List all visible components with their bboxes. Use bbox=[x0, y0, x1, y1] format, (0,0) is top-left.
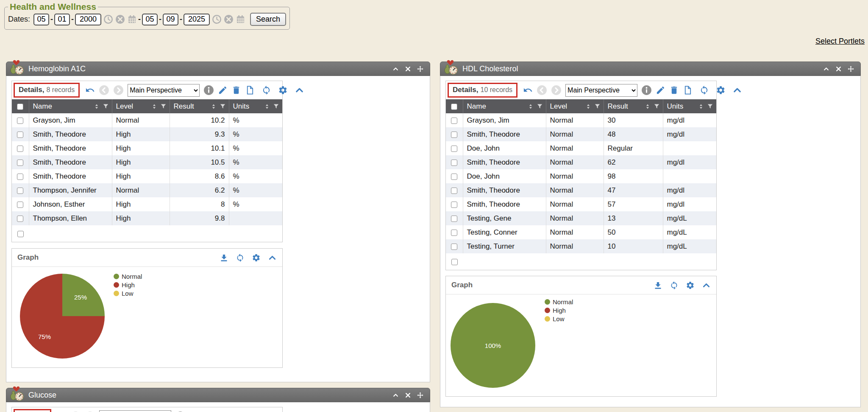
collapse-section-icon[interactable] bbox=[268, 253, 277, 262]
filter-icon[interactable] bbox=[220, 103, 226, 109]
row-checkbox[interactable] bbox=[451, 259, 458, 265]
sort-icon[interactable] bbox=[211, 104, 217, 109]
portlet-header[interactable]: Glucose bbox=[6, 388, 430, 402]
collapse-portlet-icon[interactable] bbox=[392, 392, 399, 398]
column-header-result[interactable]: Result bbox=[174, 102, 194, 111]
row-checkbox[interactable] bbox=[17, 202, 23, 208]
row-checkbox[interactable] bbox=[17, 174, 23, 180]
filter-icon[interactable] bbox=[103, 103, 109, 109]
row-checkbox[interactable] bbox=[17, 216, 23, 222]
row-checkbox[interactable] bbox=[17, 160, 23, 166]
column-header-result[interactable]: Result bbox=[608, 102, 628, 111]
next-icon[interactable] bbox=[113, 85, 124, 95]
collapse-portlet-icon[interactable] bbox=[823, 66, 829, 72]
new-page-icon[interactable] bbox=[683, 85, 693, 95]
settings-gear-icon[interactable] bbox=[278, 85, 288, 95]
move-portlet-icon[interactable] bbox=[848, 66, 854, 72]
column-header-units[interactable]: Units bbox=[667, 102, 684, 111]
to-calendar-icon[interactable] bbox=[236, 14, 245, 24]
patient-name-link[interactable]: Testing, Gene bbox=[467, 214, 512, 222]
edit-icon[interactable] bbox=[656, 85, 665, 95]
settings-gear-icon[interactable] bbox=[252, 253, 261, 262]
patient-name-link[interactable]: Smith, Theodore bbox=[467, 186, 520, 194]
patient-name-link[interactable]: Testing, Conner bbox=[467, 228, 517, 236]
edit-icon[interactable] bbox=[218, 85, 228, 95]
to-month-input[interactable] bbox=[142, 14, 158, 25]
from-time-icon[interactable] bbox=[103, 14, 113, 24]
patient-name-link[interactable]: Smith, Theodore bbox=[467, 200, 520, 208]
collapse-section-icon[interactable] bbox=[702, 281, 711, 290]
from-calendar-icon[interactable] bbox=[127, 14, 137, 24]
filter-icon[interactable] bbox=[160, 103, 167, 109]
collapse-section-icon[interactable] bbox=[732, 85, 742, 95]
collapse-section-icon[interactable] bbox=[295, 85, 304, 95]
move-portlet-icon[interactable] bbox=[417, 66, 423, 72]
patient-name-link[interactable]: Smith, Theodore bbox=[467, 130, 520, 138]
row-checkbox[interactable] bbox=[451, 188, 457, 194]
close-portlet-icon[interactable] bbox=[405, 392, 411, 398]
filter-icon[interactable] bbox=[537, 103, 543, 109]
filter-icon[interactable] bbox=[654, 103, 660, 109]
row-checkbox[interactable] bbox=[17, 231, 24, 237]
select-all-checkbox[interactable] bbox=[17, 104, 23, 110]
row-checkbox[interactable] bbox=[17, 132, 23, 138]
filter-icon[interactable] bbox=[594, 103, 601, 109]
row-checkbox[interactable] bbox=[451, 118, 457, 124]
from-clear-icon[interactable] bbox=[115, 14, 125, 24]
search-button[interactable]: Search bbox=[250, 13, 286, 26]
patient-name-link[interactable]: Smith, Theodore bbox=[33, 172, 86, 180]
patient-name-link[interactable]: Testing, Turner bbox=[467, 242, 515, 250]
row-checkbox[interactable] bbox=[451, 132, 457, 138]
to-year-input[interactable] bbox=[184, 14, 210, 25]
sort-icon[interactable] bbox=[151, 104, 157, 109]
patient-name-link[interactable]: Smith, Theodore bbox=[33, 144, 86, 152]
download-icon[interactable] bbox=[654, 281, 662, 290]
portlet-header[interactable]: HDL Cholesterol bbox=[440, 62, 861, 76]
prev-icon[interactable] bbox=[99, 85, 109, 95]
delete-icon[interactable] bbox=[231, 85, 241, 95]
next-icon[interactable] bbox=[551, 85, 562, 95]
filter-icon[interactable] bbox=[707, 103, 713, 109]
download-icon[interactable] bbox=[220, 253, 228, 262]
row-checkbox[interactable] bbox=[17, 118, 23, 124]
row-checkbox[interactable] bbox=[451, 216, 457, 222]
select-portlets-link[interactable]: Select Portlets bbox=[815, 37, 865, 46]
select-all-checkbox[interactable] bbox=[451, 104, 457, 110]
column-header-level[interactable]: Level bbox=[116, 102, 134, 111]
move-portlet-icon[interactable] bbox=[417, 392, 423, 398]
settings-gear-icon[interactable] bbox=[716, 85, 726, 95]
close-portlet-icon[interactable] bbox=[405, 66, 411, 72]
patient-name-link[interactable]: Smith, Theodore bbox=[467, 158, 520, 166]
patient-name-link[interactable]: Doe, John bbox=[467, 144, 500, 152]
row-checkbox[interactable] bbox=[451, 244, 457, 250]
to-time-icon[interactable] bbox=[212, 14, 222, 24]
row-checkbox[interactable] bbox=[17, 146, 23, 152]
new-page-icon[interactable] bbox=[245, 85, 255, 95]
column-header-level[interactable]: Level bbox=[550, 102, 568, 111]
collapse-portlet-icon[interactable] bbox=[392, 66, 399, 72]
info-icon[interactable] bbox=[203, 85, 214, 95]
sort-icon[interactable] bbox=[645, 104, 651, 109]
from-year-input[interactable] bbox=[75, 14, 101, 25]
patient-name-link[interactable]: Grayson, Jim bbox=[467, 116, 509, 124]
filter-icon[interactable] bbox=[273, 103, 279, 109]
close-portlet-icon[interactable] bbox=[835, 66, 842, 72]
from-day-input[interactable] bbox=[54, 14, 70, 25]
patient-name-link[interactable]: Smith, Theodore bbox=[33, 158, 86, 166]
to-clear-icon[interactable] bbox=[224, 14, 234, 24]
patient-name-link[interactable]: Thompson, Jennifer bbox=[33, 186, 97, 194]
delete-icon[interactable] bbox=[669, 85, 679, 95]
perspective-select[interactable]: Main Perspective bbox=[99, 410, 171, 412]
row-checkbox[interactable] bbox=[451, 202, 457, 208]
settings-gear-icon[interactable] bbox=[686, 281, 695, 290]
sort-icon[interactable] bbox=[585, 104, 591, 109]
refresh-icon[interactable] bbox=[262, 85, 271, 95]
perspective-select[interactable]: Main Perspective bbox=[565, 84, 637, 97]
row-checkbox[interactable] bbox=[17, 188, 23, 194]
sort-icon[interactable] bbox=[528, 104, 534, 109]
refresh-icon[interactable] bbox=[236, 253, 245, 262]
prev-icon[interactable] bbox=[537, 85, 547, 95]
row-checkbox[interactable] bbox=[451, 146, 457, 152]
portlet-header[interactable]: Hemoglobin A1C bbox=[6, 62, 430, 76]
patient-name-link[interactable]: Grayson, Jim bbox=[33, 116, 75, 124]
